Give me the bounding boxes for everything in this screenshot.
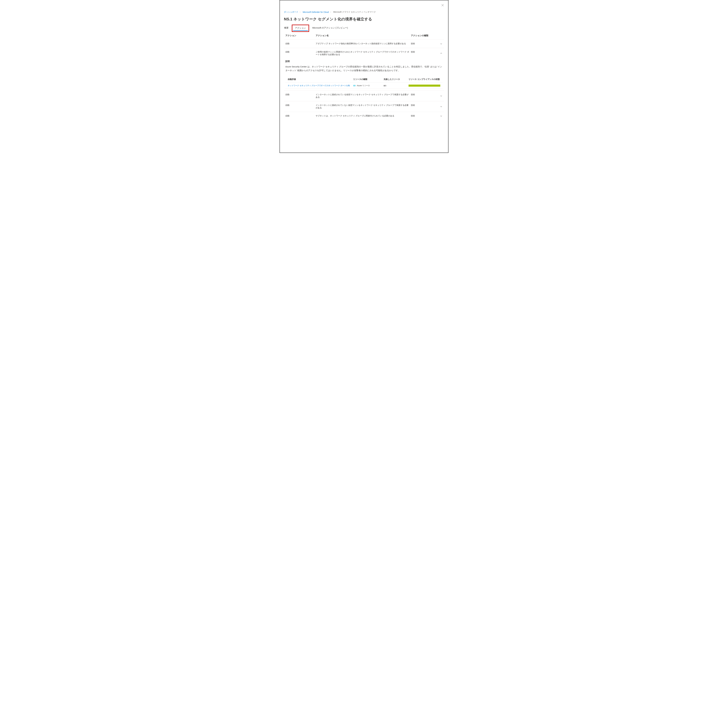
tab-bar: 概要 アクション Microsoft のアクション (プレビュー) — [284, 26, 444, 31]
col-action-type: アクションの種類 — [411, 34, 433, 37]
action-row[interactable]: 自動 サブネットは、ネットワーク セキュリティ グループに関連付けられている必要… — [284, 112, 444, 120]
action-type-cell: 技術 — [411, 50, 433, 53]
expanded-panel: 説明 Azure Security Center は、ネットワーク セキュリティ… — [284, 58, 444, 90]
action-name-cell: インターネットに接続されている仮想マシンをネットワーク セキュリティ グループで… — [316, 93, 410, 99]
col-action: アクション — [285, 34, 315, 37]
col-compliance-state: リソース コンプライアンスの状態 — [408, 78, 440, 81]
chevron-up-icon — [440, 52, 443, 55]
assessment-row[interactable]: ネットワーク セキュリティ グループですべてのネットワーク ポートを制 Azur… — [285, 83, 443, 89]
action-row[interactable]: 自動 インターネットに接続されている仮想マシンをネットワーク セキュリティ グル… — [284, 90, 444, 101]
svg-rect-0 — [353, 85, 355, 86]
svg-rect-2 — [355, 85, 355, 86]
col-assessment: 自動評価 — [288, 78, 351, 81]
action-cell: 自動 — [285, 42, 315, 45]
compliance-bar — [408, 84, 440, 87]
action-type-cell: 技術 — [411, 115, 433, 117]
action-type-cell: 技術 — [411, 104, 433, 107]
close-icon[interactable] — [440, 3, 445, 7]
action-cell: 自動 — [285, 50, 315, 53]
action-name-cell: インターネットに接続されていない仮想マシンをネットワーク セキュリティ グループ… — [316, 104, 410, 109]
description-heading: 説明 — [285, 60, 443, 63]
action-type-cell: 技術 — [411, 93, 433, 96]
action-table: アクション アクション名 アクションの種類 自動 アダプティブ ネットワーク強化… — [284, 33, 444, 120]
breadcrumb-dashboard[interactable]: ダッシュボード — [284, 11, 298, 14]
chevron-down-icon — [440, 95, 443, 98]
action-name-cell: ご使用の仮想マシンに関連付けられたネットワーク セキュリティ グループですべての… — [316, 50, 410, 56]
failed-resources-cell: 0/0 — [384, 84, 407, 87]
chevron-down-icon — [440, 42, 443, 45]
action-name-cell: サブネットは、ネットワーク セキュリティ グループに関連付けられている必要がある — [316, 115, 410, 117]
page-title: NS.1 ネットワーク セグメント化の境界を確立する — [284, 17, 444, 22]
chevron-right-icon: 〉 — [300, 11, 301, 13]
col-action-name: アクション名 — [316, 34, 410, 37]
description-text: Azure Security Center は、ネットワーク セキュリティ グル… — [285, 65, 443, 72]
chevron-down-icon — [440, 105, 443, 108]
action-name-cell: アダプティブ ネットワーク強化の推奨事項をインターネット接続仮想マシンに適用する… — [316, 42, 410, 45]
assessment-link[interactable]: ネットワーク セキュリティ グループですべてのネットワーク ポートを制 — [288, 84, 351, 87]
breadcrumb: ダッシュボード 〉 Microsoft Defender for Cloud 〉… — [284, 11, 444, 14]
action-row[interactable]: 自動 ご使用の仮想マシンに関連付けられたネットワーク セキュリティ グループです… — [284, 48, 444, 58]
tab-actions[interactable]: アクション — [293, 26, 308, 31]
action-cell: 自動 — [285, 115, 315, 117]
action-cell: 自動 — [285, 93, 315, 96]
action-row[interactable]: 自動 インターネットに接続されていない仮想マシンをネットワーク セキュリティ グ… — [284, 101, 444, 112]
azure-resource-icon — [353, 84, 356, 87]
breadcrumb-defender[interactable]: Microsoft Defender for Cloud — [303, 11, 329, 13]
resource-type-cell: Azure リソース — [353, 84, 382, 87]
svg-rect-1 — [354, 85, 354, 86]
chevron-right-icon: 〉 — [330, 11, 332, 13]
action-type-cell: 技術 — [411, 42, 433, 45]
breadcrumb-current: Microsoft クラウド セキュリティ ベンチマーク — [333, 11, 376, 14]
assessment-table-header: 自動評価 リソースの種類 失敗したリソース リソース コンプライアンスの状態 — [285, 76, 443, 83]
action-table-header: アクション アクション名 アクションの種類 — [284, 33, 444, 40]
resource-type-label: Azure リソース — [357, 84, 370, 87]
compliance-bar-cell — [408, 84, 440, 87]
failed-total: /0 — [385, 84, 386, 87]
action-row[interactable]: 自動 アダプティブ ネットワーク強化の推奨事項をインターネット接続仮想マシンに適… — [284, 40, 444, 48]
chevron-down-icon — [440, 115, 443, 118]
col-resource-type: リソースの種類 — [353, 78, 382, 81]
col-failed-resources: 失敗したリソース — [384, 78, 407, 81]
tab-overview[interactable]: 概要 — [284, 26, 289, 31]
action-cell: 自動 — [285, 104, 315, 107]
tab-ms-actions[interactable]: Microsoft のアクション (プレビュー) — [312, 26, 348, 31]
